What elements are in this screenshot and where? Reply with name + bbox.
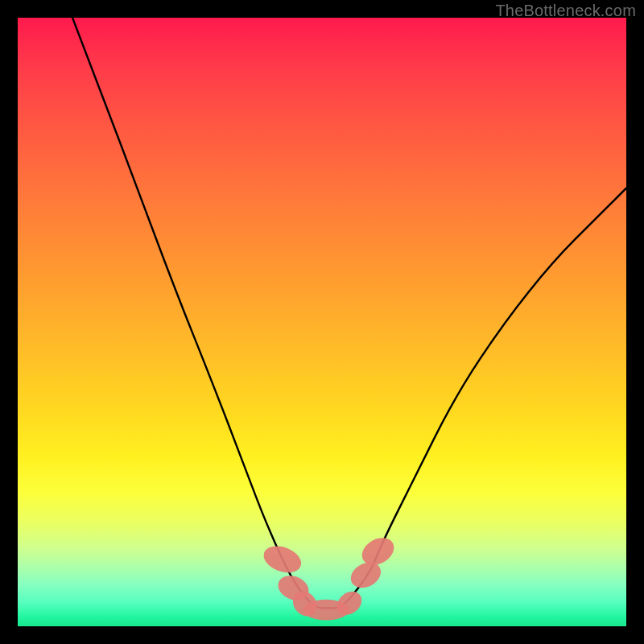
bottleneck-curve: [72, 18, 626, 608]
chart-frame: TheBottleneck.com: [0, 0, 644, 644]
attribution-label: TheBottleneck.com: [495, 2, 636, 20]
plot-area: [18, 18, 626, 626]
curve-layer: [18, 18, 626, 626]
curve-marker: [260, 541, 305, 577]
